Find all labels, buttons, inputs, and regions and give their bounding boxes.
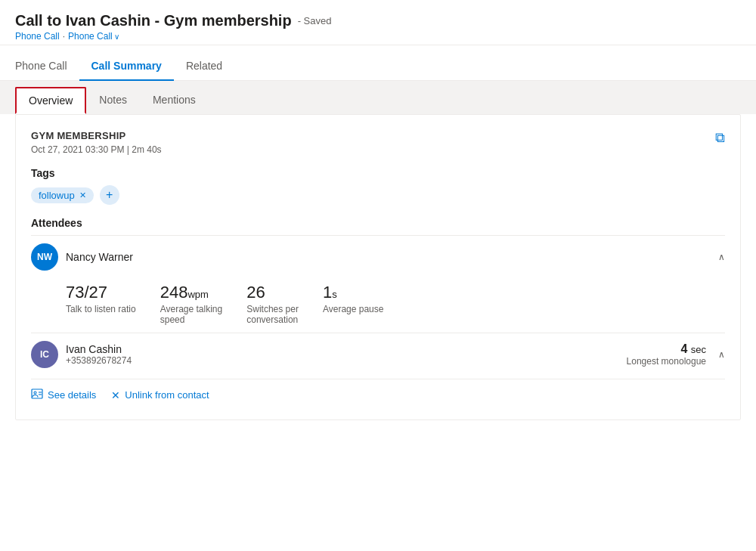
call-duration: 2m 40s [132, 144, 161, 155]
see-details-icon [31, 388, 43, 401]
attendee-name-ic: Ivan Cashin [66, 343, 132, 355]
main-tabs: Phone Call Call Summary Related [0, 51, 756, 81]
breadcrumb-separator: · [63, 31, 65, 42]
unlink-icon: ✕ [111, 389, 120, 401]
stat-label-switches: Switches perconversation [246, 304, 299, 325]
attendees-label: Attendees [31, 217, 725, 229]
call-title: GYM MEMBERSHIP [31, 130, 162, 141]
svg-rect-0 [32, 389, 42, 398]
stat-label-speed: Average talkingspeed [160, 304, 223, 325]
stat-value-talk: 73/27 [66, 283, 136, 302]
monologue-info: 4 sec Longest monologue [627, 342, 706, 367]
add-tag-button[interactable]: + [100, 185, 119, 205]
attendee2-right: 4 sec Longest monologue ∧ [627, 342, 725, 367]
stat-value-speed: 248wpm [160, 283, 223, 302]
tab-related[interactable]: Related [174, 52, 234, 81]
stats-row-nw: 73/27 Talk to listen ratio 248wpm Averag… [31, 275, 725, 333]
page-title-text: Call to Ivan Cashin - Gym membership [15, 12, 292, 29]
attendee-left-nw: NW Nancy Warner [31, 243, 133, 271]
breadcrumb-item-2[interactable]: Phone Call ∨ [68, 31, 119, 42]
stat-switches: 26 Switches perconversation [246, 283, 299, 325]
svg-point-1 [34, 392, 36, 394]
call-date: Oct 27, 2021 03:30 PM [31, 144, 124, 155]
subtab-overview[interactable]: Overview [15, 87, 86, 114]
attendee-row-nw: NW Nancy Warner ∧ [31, 235, 725, 275]
tags-row: followup ✕ + [31, 185, 725, 205]
stat-label-talk: Talk to listen ratio [66, 304, 136, 314]
attendee-left-ic: IC Ivan Cashin +353892678274 [31, 341, 132, 368]
stat-value-pause: 1s [323, 283, 384, 302]
copy-icon[interactable]: ⧉ [715, 130, 725, 146]
monologue-label: Longest monologue [627, 356, 706, 367]
call-card: GYM MEMBERSHIP Oct 27, 2021 03:30 PM | 2… [15, 114, 741, 420]
unlink-label: Unlink from contact [125, 389, 209, 401]
call-meta: Oct 27, 2021 03:30 PM | 2m 40s [31, 144, 162, 155]
tab-phone-call[interactable]: Phone Call [15, 52, 79, 81]
stat-value-switches: 26 [246, 283, 299, 302]
attendee-phone-ic: +353892678274 [66, 355, 132, 366]
attendee-info-ic: Ivan Cashin +353892678274 [66, 343, 132, 366]
tag-label: followup [39, 190, 75, 201]
call-meta-separator: | [127, 144, 129, 155]
monologue-value: 4 sec [627, 342, 706, 356]
tag-followup: followup ✕ [31, 187, 94, 203]
tags-label: Tags [31, 167, 725, 179]
attendee-row-ic: IC Ivan Cashin +353892678274 4 sec Longe… [31, 333, 725, 373]
footer-actions: See details ✕ Unlink from contact [31, 379, 725, 404]
subtab-notes[interactable]: Notes [86, 87, 140, 114]
chevron-up-icon-ic[interactable]: ∧ [718, 349, 725, 360]
tab-call-summary[interactable]: Call Summary [79, 52, 174, 81]
see-details-label: See details [48, 389, 96, 401]
subtab-mentions[interactable]: Mentions [140, 87, 209, 114]
saved-badge: - Saved [298, 15, 332, 26]
see-details-action[interactable]: See details [31, 388, 96, 401]
content-area: Overview Notes Mentions GYM MEMBERSHIP O… [0, 81, 756, 420]
avatar-nw: NW [31, 243, 58, 271]
breadcrumb-item-1[interactable]: Phone Call [15, 31, 60, 42]
attendee-name-nw: Nancy Warner [66, 251, 133, 263]
stat-talking-speed: 248wpm Average talkingspeed [160, 283, 223, 325]
card-header: GYM MEMBERSHIP Oct 27, 2021 03:30 PM | 2… [31, 130, 725, 155]
page-header: Call to Ivan Cashin - Gym membership - S… [0, 0, 756, 45]
attendees-section: Attendees NW Nancy Warner ∧ 73/27 Talk t… [31, 217, 725, 373]
avatar-ic: IC [31, 341, 58, 368]
chevron-up-icon-nw[interactable]: ∧ [718, 252, 725, 262]
stat-pause: 1s Average pause [323, 283, 384, 325]
unlink-contact-action[interactable]: ✕ Unlink from contact [111, 389, 209, 401]
stat-label-pause: Average pause [323, 304, 384, 314]
stat-talk-listen: 73/27 Talk to listen ratio [66, 283, 136, 325]
chevron-down-icon: ∨ [114, 33, 119, 41]
breadcrumb: Phone Call · Phone Call ∨ [15, 31, 741, 42]
sub-tabs: Overview Notes Mentions [0, 81, 756, 114]
call-info: GYM MEMBERSHIP Oct 27, 2021 03:30 PM | 2… [31, 130, 162, 155]
page-title: Call to Ivan Cashin - Gym membership - S… [15, 12, 741, 29]
tag-remove-icon[interactable]: ✕ [79, 190, 86, 200]
